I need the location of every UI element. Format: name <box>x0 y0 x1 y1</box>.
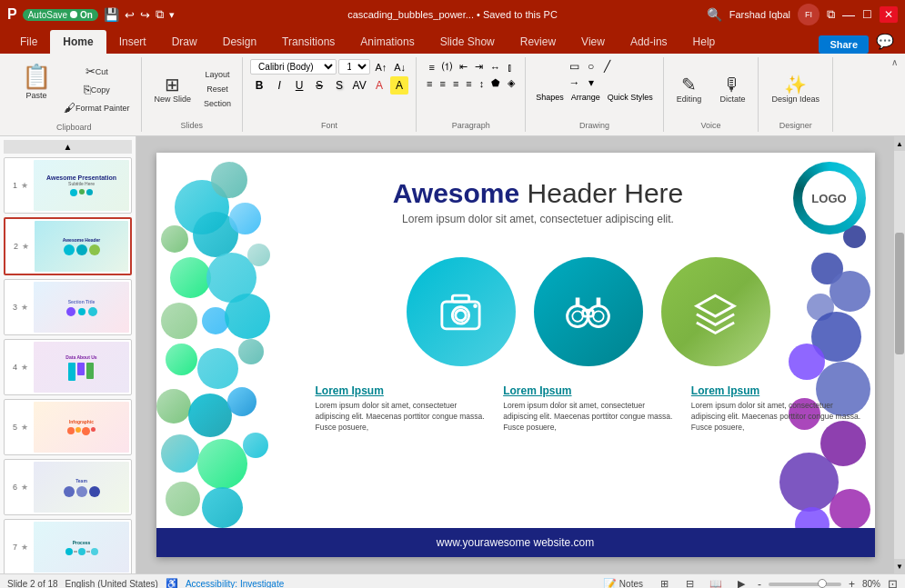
font-family-select[interactable]: Calibri (Body) <box>250 59 337 75</box>
shape-more[interactable]: ▾ <box>584 75 598 90</box>
reset-button[interactable]: Reset <box>200 83 235 95</box>
quick-styles-btn[interactable]: Quick Styles <box>605 92 656 103</box>
line-spacing-btn[interactable]: ↕ <box>477 77 488 90</box>
italic-button[interactable]: I <box>270 76 288 95</box>
font-color-button[interactable]: A <box>370 76 388 95</box>
close-btn[interactable]: ✕ <box>880 6 898 23</box>
v-scrollbar[interactable]: ▲ ▼ <box>894 136 905 573</box>
slides-scroll-up[interactable]: ▲ <box>4 140 132 154</box>
ribbon-group-voice: ✎ Editing 🎙 Dictate Voice <box>664 57 759 132</box>
editing-button[interactable]: ✎ Editing <box>671 73 708 106</box>
zoom-in-btn[interactable]: + <box>849 578 855 589</box>
fit-slide-btn[interactable]: ⊡ <box>888 577 898 588</box>
slide-thumb-3[interactable]: 3 ★ Section Title <box>4 279 132 335</box>
align-left-btn[interactable]: ≡ <box>424 77 435 90</box>
font-size-select[interactable]: 18 <box>338 59 370 75</box>
tab-insert[interactable]: Insert <box>106 30 159 54</box>
copy-button[interactable]: ⎘ Copy <box>60 81 134 98</box>
slide-thumb-6[interactable]: 6 ★ Team <box>4 459 132 515</box>
zoom-level: 80% <box>862 579 880 588</box>
tab-view[interactable]: View <box>568 30 618 54</box>
minimize-btn[interactable]: — <box>842 7 855 22</box>
search-icon[interactable]: 🔍 <box>707 7 722 22</box>
tab-review[interactable]: Review <box>508 30 568 54</box>
notes-button[interactable]: 📝 Notes <box>598 577 649 589</box>
shape-oval[interactable]: ○ <box>584 59 598 74</box>
undo-btn[interactable]: ↩ <box>125 8 135 22</box>
slideshow-view-btn[interactable]: ▶ <box>732 575 750 589</box>
strikethrough-button[interactable]: S <box>310 76 328 95</box>
voice-group-content: ✎ Editing 🎙 Dictate <box>671 59 751 119</box>
shapes-btn[interactable]: Shapes <box>533 92 567 103</box>
tab-help[interactable]: Help <box>680 30 729 54</box>
tab-design[interactable]: Design <box>210 30 269 54</box>
tab-file[interactable]: File <box>7 30 50 54</box>
tab-slideshow[interactable]: Slide Show <box>427 30 508 54</box>
share-button[interactable]: Share <box>819 35 869 54</box>
quick-access-more[interactable]: ▾ <box>169 9 175 21</box>
underline-button[interactable]: U <box>290 76 308 95</box>
convert-to-smartart-btn[interactable]: ◈ <box>505 76 518 90</box>
shape-arrow[interactable]: → <box>568 75 582 90</box>
tab-addins[interactable]: Add-ins <box>618 30 680 54</box>
scroll-down-btn[interactable]: ▼ <box>894 559 905 573</box>
font-grow-btn[interactable]: A↑ <box>372 61 389 74</box>
tab-home[interactable]: Home <box>50 30 106 54</box>
window-restore-icon[interactable]: ⧉ <box>827 7 835 22</box>
bullets-btn[interactable]: ≡ <box>426 61 437 74</box>
paste-button[interactable]: 📋 Paste <box>15 59 58 116</box>
design-ideas-button[interactable]: ✨ Design Ideas <box>766 73 825 106</box>
ribbon-collapse-btn[interactable]: ∧ <box>891 57 898 67</box>
slide-thumb-4[interactable]: 4 ★ Data About Us <box>4 339 132 395</box>
align-center-btn[interactable]: ≡ <box>437 77 448 90</box>
tab-animations[interactable]: Animations <box>347 30 427 54</box>
language-info: English (United States) <box>65 579 158 588</box>
justify-btn[interactable]: ≡ <box>463 77 474 90</box>
comments-btn[interactable]: 💬 <box>872 29 898 54</box>
autosave-toggle[interactable]: AutoSave On <box>23 9 98 21</box>
zoom-slider[interactable] <box>769 583 841 586</box>
slide-thumb-1[interactable]: 1 ★ Awesome Presentation Subtitle Here <box>4 157 132 214</box>
tab-transitions[interactable]: Transitions <box>269 30 347 54</box>
save-icon[interactable]: 💾 <box>104 7 119 22</box>
arrange-btn[interactable]: Arrange <box>568 92 603 103</box>
section-button[interactable]: Section <box>200 97 235 110</box>
presentation-mode-icon[interactable]: ⧉ <box>156 7 164 22</box>
autosave-dot <box>70 11 77 18</box>
maximize-btn[interactable]: ☐ <box>862 8 872 21</box>
tab-draw[interactable]: Draw <box>159 30 210 54</box>
highlight-button[interactable]: A <box>390 76 408 95</box>
decrease-indent-btn[interactable]: ⇤ <box>457 60 470 74</box>
slide-thumb-7[interactable]: 7 ★ Process <box>4 519 132 573</box>
scroll-track[interactable] <box>894 151 905 559</box>
cut-button[interactable]: ✂ Cut <box>60 63 134 80</box>
scroll-up-btn[interactable]: ▲ <box>894 136 905 151</box>
dictate-button[interactable]: 🎙 Dictate <box>714 73 750 106</box>
shape-line[interactable]: ╱ <box>600 59 615 74</box>
smart-art-btn[interactable]: ⬟ <box>488 76 503 90</box>
align-right-btn[interactable]: ≡ <box>450 77 461 90</box>
columns-btn[interactable]: ⫿ <box>505 61 516 74</box>
reading-view-btn[interactable]: 📖 <box>707 575 725 589</box>
shadow-button[interactable]: S <box>330 76 348 95</box>
scroll-thumb[interactable] <box>895 233 904 355</box>
increase-indent-btn[interactable]: ⇥ <box>472 60 486 74</box>
ribbon-content: 📋 Paste ✂ Cut ⎘ Copy 🖌 Format Painter Cl… <box>0 54 905 135</box>
zoom-out-btn[interactable]: - <box>758 578 761 589</box>
new-slide-button[interactable]: ⊞ New Slide <box>149 73 197 106</box>
bold-button[interactable]: B <box>250 76 268 95</box>
redo-btn[interactable]: ↪ <box>140 8 150 22</box>
slide-thumb-5[interactable]: 5 ★ Infographic <box>4 399 132 455</box>
slide-sorter-btn[interactable]: ⊟ <box>681 575 699 589</box>
format-painter-button[interactable]: 🖌 Format Painter <box>60 99 134 116</box>
layout-button[interactable]: Layout <box>200 68 235 81</box>
rtl-btn[interactable]: ↔ <box>488 61 503 74</box>
slide-thumb-2[interactable]: 2 ★ Awesome Header <box>4 217 132 275</box>
numbered-list-btn[interactable]: ⑴ <box>439 59 455 75</box>
normal-view-btn[interactable]: ⊞ <box>656 575 674 589</box>
accessibility-info[interactable]: Accessibility: Investigate <box>186 579 284 588</box>
font-shrink-btn[interactable]: A↓ <box>391 61 408 74</box>
char-spacing-button[interactable]: AV <box>350 76 368 95</box>
shape-rect[interactable]: ▭ <box>568 59 582 74</box>
user-avatar[interactable]: FI <box>798 4 820 25</box>
